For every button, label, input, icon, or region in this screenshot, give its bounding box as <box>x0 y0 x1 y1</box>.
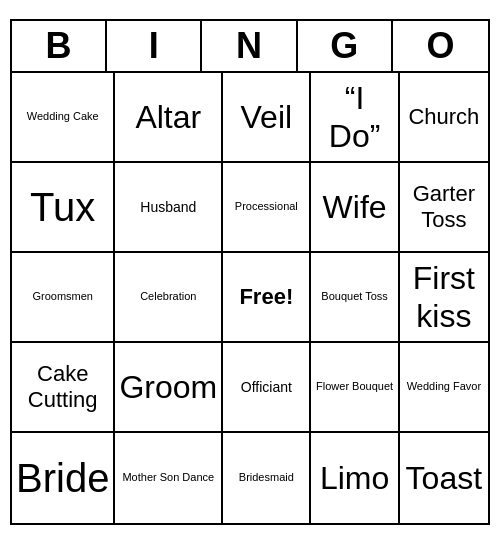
bingo-cell: Limo <box>311 433 399 523</box>
bingo-cell: Bridesmaid <box>223 433 311 523</box>
bingo-cell: Processional <box>223 163 311 253</box>
bingo-cell: Wedding Cake <box>12 73 115 163</box>
bingo-cell: Flower Bouquet <box>311 343 399 433</box>
bingo-cell: Mother Son Dance <box>115 433 223 523</box>
bingo-cell: Garter Toss <box>400 163 488 253</box>
bingo-cell: Cake Cutting <box>12 343 115 433</box>
bingo-cell: Bride <box>12 433 115 523</box>
bingo-cell: Officiant <box>223 343 311 433</box>
header-letter: N <box>202 21 297 71</box>
bingo-cell: Groom <box>115 343 223 433</box>
bingo-cell: Bouquet Toss <box>311 253 399 343</box>
bingo-cell: Church <box>400 73 488 163</box>
header-letter: B <box>12 21 107 71</box>
bingo-grid: Wedding CakeAltarVeil“I Do”ChurchTuxHusb… <box>12 73 488 523</box>
bingo-cell: “I Do” <box>311 73 399 163</box>
bingo-cell: Wife <box>311 163 399 253</box>
bingo-cell: Groomsmen <box>12 253 115 343</box>
bingo-cell: Tux <box>12 163 115 253</box>
bingo-cell: Free! <box>223 253 311 343</box>
bingo-cell: First kiss <box>400 253 488 343</box>
header-letter: G <box>298 21 393 71</box>
bingo-card: BINGO Wedding CakeAltarVeil“I Do”ChurchT… <box>10 19 490 525</box>
header-letter: O <box>393 21 488 71</box>
bingo-cell: Wedding Favor <box>400 343 488 433</box>
bingo-cell: Celebration <box>115 253 223 343</box>
bingo-header: BINGO <box>12 21 488 73</box>
bingo-cell: Husband <box>115 163 223 253</box>
bingo-cell: Veil <box>223 73 311 163</box>
bingo-cell: Altar <box>115 73 223 163</box>
bingo-cell: Toast <box>400 433 488 523</box>
header-letter: I <box>107 21 202 71</box>
